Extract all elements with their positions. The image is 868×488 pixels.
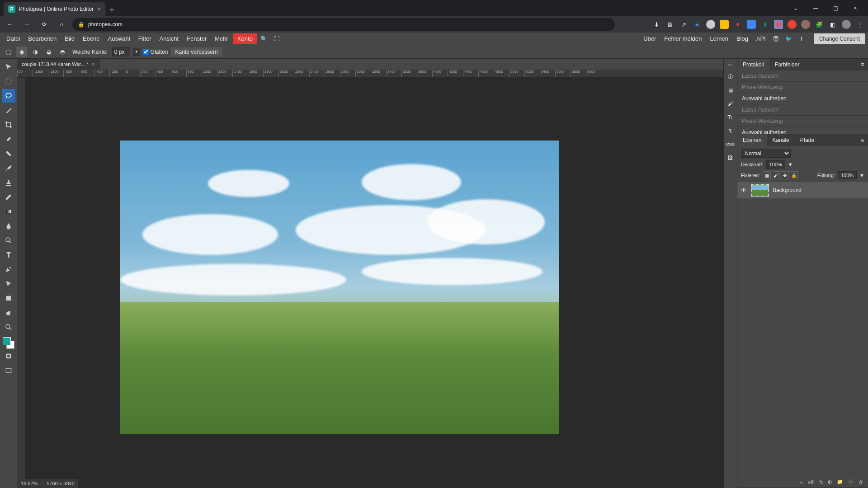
close-tab-icon[interactable]: × <box>97 5 101 13</box>
hand-tool[interactable] <box>2 306 15 319</box>
heal-tool[interactable] <box>2 147 15 160</box>
selection-new-icon[interactable]: ◯ <box>3 47 14 57</box>
profile-avatar[interactable] <box>842 20 851 29</box>
selection-xor-icon[interactable]: ◓ <box>57 47 68 57</box>
pen-tool[interactable] <box>2 263 15 276</box>
eyedropper-tool[interactable] <box>2 132 15 146</box>
zoom-level[interactable]: 16.67% <box>21 481 38 486</box>
share-icon[interactable]: ↗ <box>679 20 688 29</box>
wand-tool[interactable] <box>2 103 15 117</box>
bookmark-icon[interactable]: ★ <box>693 20 702 29</box>
document-tab[interactable]: couple-1718.44 Karen War... * × <box>17 59 99 70</box>
dodge-tool[interactable] <box>2 234 15 247</box>
maximize-icon[interactable]: ▢ <box>826 2 844 14</box>
selection-intersect-icon[interactable]: ◒ <box>43 47 54 57</box>
trash-icon[interactable]: 🗑 <box>859 479 863 485</box>
smooth-checkbox[interactable]: Glätten <box>143 49 168 55</box>
ext-icon-2[interactable] <box>720 20 729 29</box>
close-window-icon[interactable]: × <box>846 2 864 14</box>
history-item[interactable]: Lasso-Auswahl <box>737 70 868 82</box>
history-item[interactable]: Lasso-Auswahl <box>737 104 868 116</box>
path-select-tool[interactable] <box>2 277 15 291</box>
horizontal-ruler[interactable]: 00-1200-1100-800-600-400-200020040060080… <box>17 70 723 78</box>
tab-pfade[interactable]: Pfade <box>795 134 820 146</box>
ext-icon-4[interactable] <box>747 20 756 29</box>
smooth-check-input[interactable] <box>143 49 149 55</box>
lock-transparency-icon[interactable]: ▦ <box>763 171 771 179</box>
menu-api[interactable]: API <box>753 33 769 44</box>
ext-icon-1[interactable] <box>706 20 715 29</box>
image-panel-icon[interactable]: 🖼 <box>725 152 736 163</box>
menu-blog[interactable]: Blog <box>733 33 752 44</box>
quickmask-tool[interactable] <box>2 349 15 363</box>
ext-icon-7[interactable] <box>788 20 797 29</box>
fx-icon[interactable]: fx <box>819 479 823 485</box>
tab-kanale[interactable]: Kanäle <box>767 134 794 146</box>
mask-icon[interactable]: ◐ <box>828 479 832 485</box>
reload-button[interactable]: ⟳ <box>38 18 51 31</box>
lock-pixels-icon[interactable]: 🖌 <box>772 171 780 179</box>
new-layer-icon[interactable]: ➕ <box>848 479 854 485</box>
opacity-value[interactable]: 100% <box>766 160 785 169</box>
gradient-tool[interactable] <box>2 205 15 218</box>
refine-edge-button[interactable]: Kante verbessern <box>171 47 222 56</box>
lasso-tool[interactable] <box>2 89 15 103</box>
tab-ebenen[interactable]: Ebenen <box>737 134 767 146</box>
blend-mode-select[interactable]: Normal <box>741 149 791 158</box>
menu-uber[interactable]: Über <box>640 33 660 44</box>
history-panel-menu[interactable]: ≡ <box>857 61 868 68</box>
move-tool[interactable] <box>2 60 15 74</box>
stamp-tool[interactable] <box>2 176 15 189</box>
minimize-icon[interactable]: — <box>807 2 825 14</box>
feather-dropdown[interactable]: ▼ <box>133 48 140 56</box>
new-tab-button[interactable]: + <box>105 4 118 16</box>
menu-ebene[interactable]: Ebene <box>79 33 104 44</box>
reddit-icon[interactable]: 👽 <box>770 33 782 45</box>
info-panel-icon[interactable]: ⓘ <box>725 71 736 82</box>
facebook-icon[interactable]: f <box>796 33 807 45</box>
menu-icon[interactable]: ⋮ <box>855 20 864 29</box>
change-consent-button[interactable]: Change Consent <box>814 33 865 44</box>
menu-bild[interactable]: Bild <box>61 33 78 44</box>
menu-lernen[interactable]: Lernen <box>706 33 731 44</box>
css-panel-icon[interactable]: CSS <box>725 139 736 150</box>
screenmode-tool[interactable] <box>2 364 15 377</box>
layer-name[interactable]: Background <box>773 187 802 193</box>
extensions-icon[interactable]: 🧩 <box>815 20 824 29</box>
menu-filter[interactable]: Filter <box>135 33 155 44</box>
history-item[interactable]: Auswahl aufheben <box>737 127 868 134</box>
history-item[interactable]: Pinsel-Werkzeug <box>737 82 868 93</box>
color-swatch[interactable] <box>3 337 14 349</box>
fill-dropdown-icon[interactable]: ▼ <box>859 173 864 178</box>
history-item[interactable]: Auswahl aufheben <box>737 93 868 104</box>
opacity-dropdown-icon[interactable]: ▼ <box>788 162 793 167</box>
effects-icon[interactable]: eff. <box>808 479 815 485</box>
menu-bearbeiten[interactable]: Bearbeiten <box>24 33 60 44</box>
forward-button[interactable]: → <box>21 18 33 31</box>
crop-tool[interactable] <box>2 118 15 131</box>
home-button[interactable]: ⌂ <box>55 18 68 31</box>
character-panel-icon[interactable]: T↕ <box>725 112 736 122</box>
ext-icon-8[interactable] <box>801 20 810 29</box>
shape-tool[interactable] <box>2 291 15 305</box>
vertical-ruler[interactable] <box>17 78 25 488</box>
eraser-tool[interactable] <box>2 190 15 204</box>
sidepanel-icon[interactable]: ◧ <box>828 20 837 29</box>
fullscreen-icon[interactable]: ⛶ <box>271 33 283 45</box>
chevron-down-icon[interactable]: ⌄ <box>787 2 805 14</box>
layer-thumbnail[interactable] <box>751 184 769 197</box>
menu-mehr[interactable]: Mehr <box>211 33 232 44</box>
tab-protokoll[interactable]: Protokoll <box>737 59 769 70</box>
swatches-panel-icon[interactable]: ▤ <box>725 84 736 95</box>
menu-datei[interactable]: Datei <box>3 33 24 44</box>
tab-farbfelder[interactable]: Farbfelder <box>769 59 805 70</box>
ext-icon-6[interactable] <box>774 20 783 29</box>
blur-tool[interactable] <box>2 219 15 233</box>
install-icon[interactable]: ⬇ <box>652 20 661 29</box>
lock-position-icon[interactable]: ✥ <box>781 171 789 179</box>
browser-tab[interactable]: P Photopea | Online Photo Editor × <box>4 2 105 16</box>
brush-panel-icon[interactable]: 🖌 <box>725 98 736 109</box>
twitter-icon[interactable]: 🐦 <box>783 33 795 45</box>
layer-row[interactable]: 👁 Background <box>737 182 868 198</box>
selection-add-icon[interactable]: ◉ <box>16 47 27 57</box>
